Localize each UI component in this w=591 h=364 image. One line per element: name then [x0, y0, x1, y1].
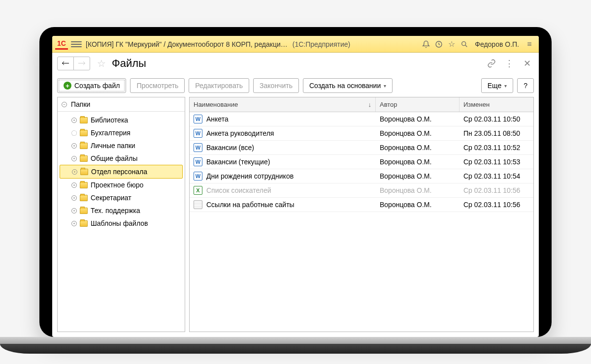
toolbar: + Создать файл Просмотреть Редактировать… [52, 74, 539, 97]
file-list-panel: Наименование ↓ Автор Изменен WАнкетаВоро… [189, 97, 534, 332]
expand-icon[interactable]: + [72, 169, 77, 175]
page-title: Файлы [112, 57, 146, 70]
word-file-icon: W [194, 157, 202, 166]
folder-item[interactable]: +Личные папки [58, 139, 185, 152]
word-file-icon: W [194, 115, 202, 123]
expand-icon[interactable]: + [71, 118, 77, 123]
tree-header-label: Папки [71, 100, 90, 108]
expand-icon[interactable]: + [71, 143, 77, 149]
folder-item[interactable]: +Отдел персонала [60, 165, 183, 179]
history-icon[interactable] [432, 38, 445, 51]
folder-item[interactable]: +Общие файлы [58, 152, 185, 165]
title-bar: 1C [КОПИЯ] ГК "Меркурий" / Документообор… [52, 36, 539, 53]
expand-icon[interactable]: + [71, 221, 77, 226]
folder-label: Секретариат [91, 194, 131, 202]
file-changed: Ср 02.03.11 10:54 [460, 170, 533, 182]
close-icon[interactable]: ✕ [520, 57, 534, 70]
more-button[interactable]: Еще ▾ [481, 78, 514, 93]
create-file-button[interactable]: + Создать файл [57, 78, 126, 93]
text-file-icon [194, 200, 202, 209]
table-row[interactable]: WАнкетаВоронцова О.М.Ср 02.03.11 10:50 [190, 112, 533, 126]
file-author: Воронцова О.М. [376, 141, 460, 154]
file-name: Дни рождения сотрудников [206, 172, 294, 180]
folder-label: Личные папки [91, 142, 135, 150]
column-author[interactable]: Автор [376, 97, 460, 112]
folder-icon [80, 155, 88, 162]
table-row[interactable]: XСписок соискателейВоронцова О.М.Ср 02.0… [190, 183, 533, 198]
finish-button[interactable]: Закончить [253, 78, 299, 93]
file-author: Воронцова О.М. [376, 155, 460, 168]
folder-tree-panel: − Папки +БиблиотекаБухгалтерия+Личные па… [57, 97, 185, 332]
create-from-button[interactable]: Создать на основании ▾ [303, 78, 393, 93]
svg-point-1 [462, 41, 466, 45]
folder-item[interactable]: +Проектное бюро [58, 179, 185, 191]
folder-item[interactable]: +Библиотека [58, 114, 185, 126]
table-row[interactable]: WВакансии (текущие)Воронцова О.М.Ср 02.0… [190, 155, 533, 169]
folder-icon [80, 195, 88, 201]
back-button[interactable]: 🡐 [57, 57, 74, 70]
chevron-down-icon: ▾ [504, 83, 507, 89]
word-file-icon: W [194, 172, 202, 181]
edit-button[interactable]: Редактировать [189, 78, 249, 93]
file-name: Анкета [206, 115, 229, 123]
star-icon[interactable]: ☆ [445, 38, 458, 51]
file-name: Вакансии (текущие) [206, 158, 270, 166]
file-author: Воронцова О.М. [376, 113, 460, 125]
favorite-star-icon[interactable]: ☆ [97, 58, 106, 69]
collapse-icon: − [62, 102, 67, 107]
file-changed: Пн 23.05.11 08:50 [460, 127, 533, 140]
word-file-icon: W [194, 143, 202, 152]
folder-item[interactable]: +Шаблоны файлов [58, 217, 185, 230]
current-user[interactable]: Федоров О.П. [475, 40, 519, 48]
folder-item[interactable]: +Тех. поддержка [58, 204, 185, 217]
folder-icon [80, 143, 88, 149]
folder-icon [80, 208, 88, 214]
file-author: Воронцова О.М. [376, 198, 460, 211]
screen: 1C [КОПИЯ] ГК "Меркурий" / Документообор… [52, 36, 539, 337]
expand-icon[interactable]: + [71, 182, 77, 188]
folder-label: Тех. поддержка [91, 207, 140, 214]
main-area: − Папки +БиблиотекаБухгалтерия+Личные па… [52, 97, 539, 337]
column-name[interactable]: Наименование ↓ [190, 97, 376, 112]
create-file-label: Создать файл [74, 82, 120, 90]
expand-icon[interactable]: + [71, 195, 77, 201]
folder-item[interactable]: +Секретариат [58, 191, 185, 204]
folder-icon [80, 220, 88, 227]
folder-tree: +БиблиотекаБухгалтерия+Личные папки+Общи… [58, 112, 185, 232]
table-row[interactable]: Ссылки на работные сайтыВоронцова О.М.Ср… [190, 198, 533, 212]
file-changed: Ср 02.03.11 10:52 [460, 141, 533, 154]
table-rows: WАнкетаВоронцова О.М.Ср 02.03.11 10:50WА… [190, 112, 533, 332]
forward-button[interactable]: 🡒 [73, 57, 90, 70]
table-row[interactable]: WВакансии (все)Воронцова О.М.Ср 02.03.11… [190, 141, 533, 155]
folder-item[interactable]: Бухгалтерия [58, 126, 185, 139]
more-vert-icon[interactable]: ⋮ [502, 57, 516, 70]
excel-file-icon: X [194, 186, 202, 195]
expand-icon[interactable]: + [71, 208, 77, 213]
window-title: [КОПИЯ] ГК "Меркурий" / Документооборот … [86, 40, 288, 48]
column-changed[interactable]: Изменен [460, 97, 533, 112]
view-button[interactable]: Просмотреть [130, 78, 185, 93]
menu-hamburger-icon[interactable] [71, 41, 82, 47]
folder-label: Библиотека [91, 116, 128, 124]
link-icon[interactable] [485, 57, 498, 70]
folder-label: Бухгалтерия [91, 129, 131, 137]
sort-down-icon: ↓ [368, 101, 372, 108]
bell-icon[interactable] [420, 38, 432, 51]
file-changed: Ср 02.03.11 10:53 [460, 155, 533, 168]
folder-icon [80, 130, 88, 136]
help-button[interactable]: ? [517, 78, 534, 93]
file-name: Анкета руководителя [206, 129, 274, 137]
expand-icon[interactable]: + [71, 156, 77, 161]
table-row[interactable]: WАнкета руководителяВоронцова О.М.Пн 23.… [190, 126, 533, 141]
table-row[interactable]: WДни рождения сотрудниковВоронцова О.М.С… [190, 169, 533, 183]
file-name: Ссылки на работные сайты [206, 201, 295, 209]
file-name: Вакансии (все) [206, 144, 254, 152]
more-label: Еще [488, 82, 502, 90]
file-changed: Ср 02.03.11 10:50 [460, 113, 533, 125]
loading-icon[interactable] [71, 130, 77, 136]
tree-header[interactable]: − Папки [58, 97, 185, 112]
create-from-label: Создать на основании [309, 82, 381, 90]
options-icon[interactable]: ≡ [523, 38, 536, 51]
search-icon[interactable] [458, 38, 471, 51]
file-author: Воронцова О.М. [376, 184, 460, 197]
